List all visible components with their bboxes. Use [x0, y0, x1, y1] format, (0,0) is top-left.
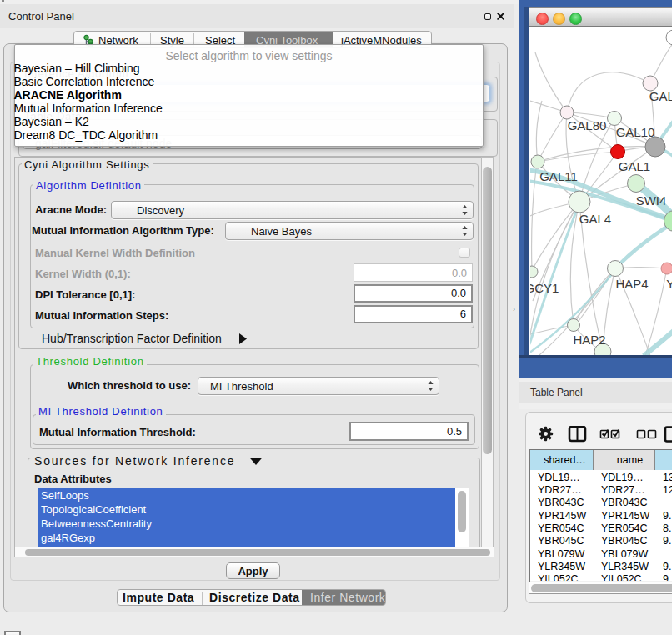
- svg-text:GAL80: GAL80: [568, 118, 607, 132]
- svg-text:GAL11: GAL11: [539, 169, 578, 183]
- svg-text:HAP4: HAP4: [615, 277, 648, 291]
- svg-text:YJ: YJ: [666, 277, 672, 291]
- svg-text:HAP2: HAP2: [573, 332, 605, 347]
- svg-text:GAL4: GAL4: [579, 212, 611, 226]
- svg-text:GAL1: GAL1: [619, 159, 650, 173]
- svg-text:GCY1: GCY1: [530, 281, 559, 295]
- svg-text:GAL10: GAL10: [616, 125, 655, 139]
- svg-text:GAL2: GAL2: [649, 89, 672, 103]
- svg-text:SWI4: SWI4: [636, 193, 667, 208]
